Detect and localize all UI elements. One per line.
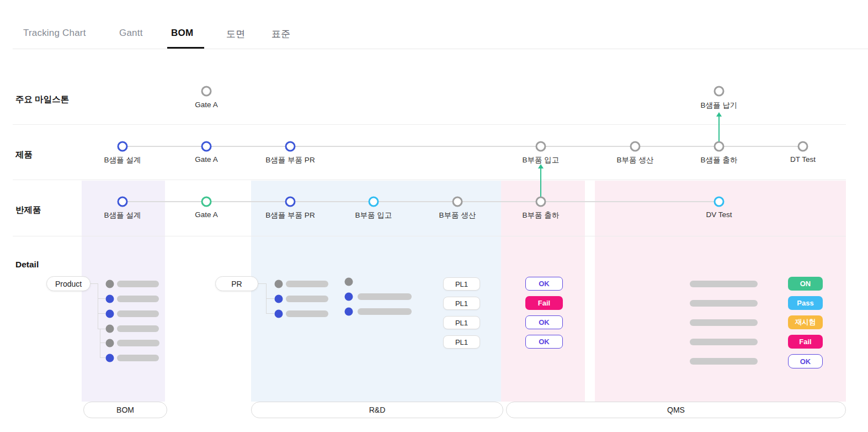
row-divider-3 — [13, 236, 846, 236]
qms-item-bar — [690, 319, 758, 326]
bom-item-bar — [117, 325, 159, 332]
semi-node-circle[interactable] — [285, 197, 296, 207]
bom-item-bar — [117, 281, 159, 287]
bom-item-dot — [106, 295, 114, 303]
pl1-button[interactable]: PL1 — [443, 335, 480, 349]
product-node-label: DT Test — [790, 155, 816, 164]
semi-node-circle[interactable] — [201, 197, 212, 207]
result-chip[interactable]: OK — [525, 315, 563, 329]
tab-bom[interactable]: BOM — [171, 28, 193, 39]
row-label-product: 제품 — [15, 149, 33, 161]
product-node-circle[interactable] — [536, 141, 546, 152]
tab-tracking-chart[interactable]: Tracking Chart — [23, 28, 86, 39]
pl1-button[interactable]: PL1 — [443, 277, 480, 291]
row-label-detail: Detail — [15, 260, 39, 270]
bom-item-dot — [106, 339, 114, 347]
tab-standard[interactable]: 표준 — [271, 28, 290, 40]
tree-connector — [98, 283, 98, 329]
semi-node-circle[interactable] — [536, 197, 546, 207]
tree-connector — [266, 313, 274, 314]
product-node-circle[interactable] — [714, 141, 725, 152]
semi-node-label: Gate A — [195, 210, 217, 219]
result-chip[interactable]: Fail — [525, 296, 563, 310]
semi-node-label: DV Test — [706, 210, 732, 219]
tree-connector — [100, 357, 105, 358]
product-node-circle[interactable] — [118, 141, 128, 152]
milestone-node-circle[interactable] — [714, 86, 725, 97]
pr-item-bar — [358, 308, 412, 315]
pl1-button[interactable]: PL1 — [443, 316, 480, 329]
section-button-qms[interactable]: QMS — [506, 402, 846, 418]
product-timeline-line — [123, 146, 803, 147]
milestone-node-label: B샘플 납기 — [701, 101, 738, 110]
bom-item-dot — [106, 354, 114, 362]
pl1-button[interactable]: PL1 — [443, 297, 480, 310]
bom-item-bar — [117, 296, 159, 302]
bom-item-bar — [117, 340, 159, 346]
tree-connector — [98, 298, 105, 299]
tree-connector — [90, 283, 98, 284]
semi-timeline-line — [123, 201, 719, 202]
row-divider-1 — [13, 124, 846, 125]
product-node-label: B샘플 설계 — [104, 155, 141, 165]
tree-connector — [266, 298, 274, 299]
semi-node-label: B부품 출하 — [523, 210, 560, 220]
section-button-rnd[interactable]: R&D — [251, 402, 503, 418]
bom-item-dot — [106, 310, 114, 318]
tree-connector — [100, 343, 105, 343]
handover-link-arrow — [540, 168, 541, 197]
bom-item-bar — [117, 310, 159, 317]
milestone-node-label: Gate A — [195, 101, 217, 109]
bom-item-dot — [106, 325, 114, 333]
tree-connector — [258, 283, 266, 284]
tree-connector — [100, 329, 100, 358]
product-node-label: B샘플 부품 PR — [265, 155, 315, 165]
semi-node-circle[interactable] — [369, 197, 379, 207]
qms-status-chip[interactable]: 재시험 — [788, 315, 823, 329]
milestone-node-circle[interactable] — [201, 86, 212, 97]
tabs-divider — [13, 49, 868, 49]
tab-drawing[interactable]: 도면 — [226, 28, 245, 40]
semi-node-circle[interactable] — [118, 197, 128, 207]
tab-gantt[interactable]: Gantt — [119, 28, 143, 39]
product-root-pill[interactable]: Product — [46, 276, 90, 291]
pr-item-dot — [345, 308, 353, 316]
row-label-semi: 반제품 — [15, 204, 41, 216]
pr-item-bar — [286, 310, 328, 317]
section-button-bom[interactable]: BOM — [83, 402, 167, 418]
product-node-label: Gate A — [195, 155, 217, 164]
semi-node-circle[interactable] — [452, 197, 463, 207]
pr-item-bar — [358, 293, 412, 300]
semi-node-label: B샘플 설계 — [104, 210, 141, 220]
qms-status-chip[interactable]: OK — [788, 354, 823, 368]
qms-status-chip[interactable]: Pass — [788, 296, 823, 310]
pr-item-dot — [345, 278, 353, 286]
qms-item-bar — [690, 358, 758, 365]
semi-node-circle[interactable] — [714, 197, 725, 207]
pr-root-pill[interactable]: PR — [215, 276, 258, 291]
row-divider-2 — [13, 180, 846, 180]
qms-item-bar — [690, 300, 758, 307]
delivery-link-arrow — [718, 116, 720, 141]
result-chip[interactable]: OK — [525, 335, 563, 349]
pr-item-dot — [275, 280, 283, 288]
pr-item-dot — [275, 295, 283, 303]
product-node-circle[interactable] — [630, 141, 641, 152]
semi-node-label: B샘플 부품 PR — [265, 210, 315, 220]
product-node-circle[interactable] — [798, 141, 808, 152]
qms-status-chip[interactable]: ON — [788, 277, 823, 291]
row-label-milestone: 주요 마일스톤 — [15, 94, 69, 106]
product-node-label: B샘플 출하 — [701, 155, 738, 165]
bom-tracking-page: Tracking Chart Gantt BOM 도면 표준 주요 마일스톤 제… — [0, 0, 868, 432]
qms-item-bar — [690, 339, 758, 345]
product-node-circle[interactable] — [285, 141, 296, 152]
result-chip[interactable]: OK — [525, 277, 563, 291]
product-node-circle[interactable] — [201, 141, 212, 152]
pr-item-bar — [286, 296, 328, 302]
tree-connector — [98, 313, 105, 314]
bom-item-dot — [106, 280, 114, 288]
pr-item-dot — [275, 310, 283, 318]
pr-item-bar — [286, 281, 328, 287]
qms-status-chip[interactable]: Fail — [788, 335, 823, 349]
product-node-label: B부품 생산 — [617, 155, 654, 165]
